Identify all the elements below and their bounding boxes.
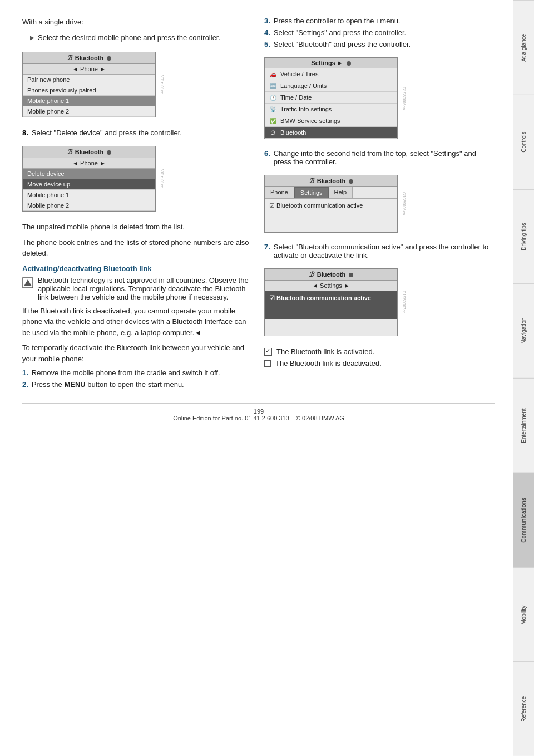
step-2-text: Press the MENU button to open the start … <box>32 380 184 389</box>
intro-with-single-drive: With a single drive: <box>22 17 253 28</box>
bt-tab-bar: Phone Settings Help <box>265 187 397 199</box>
intro-select-phone: ▶ Select the desired mobile phone and pr… <box>30 32 253 43</box>
step-3-text: Press the controller to open the ı menu. <box>274 17 400 25</box>
bt-active-screen: ℬ Bluetooth ◄ Settings ► ☑ Bluetooth com… <box>264 268 398 336</box>
screen-wrapper-settings: Settings ► 🚗 Vehicle / Tires 🔤 Language … <box>264 52 398 145</box>
sidebar-tabs: At a glance Controls Driving tips Naviga… <box>513 0 534 756</box>
step-8-number: 8. <box>22 129 28 137</box>
screen2-row-1: Move device up <box>23 179 155 190</box>
screen1-label: V01ru01en <box>157 46 167 123</box>
settings-row-0: 🚗 Vehicle / Tires <box>265 68 397 80</box>
settings-row-1: 🔤 Language / Units <box>265 80 397 92</box>
step-4-text: Select "Settings" and press the controll… <box>274 28 406 37</box>
settings-screen-title: Settings ► <box>265 58 397 68</box>
language-icon: 🔤 <box>269 82 277 90</box>
step-5-number: 5. <box>264 40 270 48</box>
col-right: 3. Press the controller to open the ı me… <box>264 17 495 392</box>
step-8: 8. Select "Delete device" and press the … <box>22 129 253 137</box>
triangle-icon: ▶ <box>30 33 34 43</box>
deleted-note-1: The unpaired mobile phone is deleted fro… <box>22 222 253 233</box>
screen-wrapper-1: ℬ Bluetooth ◄ Phone ► Pair new phone Pho… <box>22 46 156 123</box>
section-heading-bluetooth: Activating/deactivating Bluetooth link <box>22 264 253 273</box>
bt-tabs-label: G1S59006en <box>399 169 409 238</box>
legend-item-checked: The Bluetooth link is activated. <box>264 347 495 356</box>
screen-wrapper-bt-tabs: ℬ Bluetooth Phone Settings Help ☑ Blueto… <box>264 169 398 238</box>
sidebar-tab-navigation[interactable]: Navigation <box>513 283 534 378</box>
bmw-screen-2: ℬ Bluetooth ◄ Phone ► Delete device Move… <box>22 146 156 212</box>
step-7-number: 7. <box>264 243 270 259</box>
bt-active-title: ℬ Bluetooth <box>265 269 397 281</box>
step-2-number: 2. <box>22 380 28 389</box>
legend-text-checked: The Bluetooth link is activated. <box>276 347 374 356</box>
check-icon-active <box>264 348 272 356</box>
bmw-screen-1: ℬ Bluetooth ◄ Phone ► Pair new phone Pho… <box>22 52 156 117</box>
screen2-dot <box>107 150 111 155</box>
step-2: 2. Press the MENU button to open the sta… <box>22 380 253 389</box>
screen1-dot <box>107 56 111 61</box>
sidebar-tab-controls[interactable]: Controls <box>513 95 534 189</box>
step-1-text: Remove the mobile phone from the cradle … <box>32 369 220 377</box>
bmw-service-icon: ✅ <box>269 117 277 125</box>
step-5: 5. Select "Bluetooth" and press the cont… <box>264 40 495 48</box>
screen2-title: ℬ Bluetooth <box>23 146 155 158</box>
screen2-row-3: Mobile phone 2 <box>23 200 155 211</box>
screen1-row-2: Mobile phone 1 <box>23 96 155 106</box>
bt-tab-phone[interactable]: Phone <box>265 187 294 198</box>
bt-tabs-title: ℬ Bluetooth <box>265 175 397 187</box>
note-triangle-icon <box>22 277 33 288</box>
step-4-number: 4. <box>264 28 270 37</box>
bluetooth-icon-2: ℬ <box>67 148 72 156</box>
screen1-row-3: Mobile phone 2 <box>23 106 155 117</box>
bt-content-row-1: ☑ Bluetooth communication active <box>265 199 397 232</box>
bt-icon-4: ℬ <box>309 271 314 278</box>
step-7: 7. Select "Bluetooth communication activ… <box>264 243 495 259</box>
bluetooth-icon-1: ℬ <box>67 54 72 62</box>
bt-active-dot <box>349 273 353 277</box>
time-icon: 🕐 <box>269 94 277 101</box>
page-footer: 199 Online Edition for Part no. 01 41 2 … <box>22 403 495 421</box>
bt-tabs-dot <box>349 179 353 184</box>
col-left: With a single drive: ▶ Select the desire… <box>22 17 253 392</box>
two-col-layout: With a single drive: ▶ Select the desire… <box>22 17 495 392</box>
settings-screen-label: G1S59005en <box>399 52 409 145</box>
bt-tab-help[interactable]: Help <box>329 187 353 198</box>
settings-row-4: ✅ BMW Service settings <box>265 115 397 127</box>
step-4: 4. Select "Settings" and press the contr… <box>264 28 495 37</box>
deleted-note-2: The phone book entries and the lists of … <box>22 237 253 259</box>
sidebar-tab-mobility[interactable]: Mobility <box>513 567 534 662</box>
step-8-text: Select "Delete device" and press the con… <box>32 129 182 137</box>
sidebar-tab-communications[interactable]: Communications <box>513 473 534 567</box>
screen1-row-0: Pair new phone <box>23 75 155 85</box>
step-6: 6. Change into the second field from the… <box>264 149 495 166</box>
legend-text-square: The Bluetooth link is deactivated. <box>275 359 382 367</box>
step-7-text: Select "Bluetooth communication active" … <box>274 243 495 259</box>
sidebar-tab-reference[interactable]: Reference <box>513 661 534 756</box>
traffic-icon: 📡 <box>269 105 277 113</box>
bt-icon-3: ℬ <box>309 177 314 185</box>
settings-dot <box>347 61 351 66</box>
sidebar-tab-at-a-glance[interactable]: At a glance <box>513 0 534 95</box>
page-number: 199 <box>254 408 264 415</box>
settings-screen: Settings ► 🚗 Vehicle / Tires 🔤 Language … <box>264 57 398 139</box>
settings-row-3: 📡 Traffic Info settings <box>265 104 397 115</box>
note-text-1: Bluetooth technology is not approved in … <box>38 276 253 301</box>
step-5-text: Select "Bluetooth" and press the control… <box>274 40 411 48</box>
main-content: With a single drive: ▶ Select the desire… <box>0 0 512 756</box>
bt-tab-settings[interactable]: Settings <box>294 187 329 198</box>
step-3: 3. Press the controller to open the ı me… <box>264 17 495 25</box>
step-6-number: 6. <box>264 149 270 166</box>
sidebar-tab-driving-tips[interactable]: Driving tips <box>513 189 534 284</box>
settings-row-bluetooth: ℬ Bluetooth <box>265 127 397 139</box>
legend-item-square: The Bluetooth link is deactivated. <box>264 359 495 367</box>
sidebar-tab-entertainment[interactable]: Entertainment <box>513 378 534 473</box>
step-6-text: Change into the second field from the to… <box>274 149 495 166</box>
screen2-label: V01ru01en <box>157 140 167 217</box>
screen-wrapper-bt-active: ℬ Bluetooth ◄ Settings ► ☑ Bluetooth com… <box>264 263 398 342</box>
bt-active-nav: ◄ Settings ► <box>265 281 397 291</box>
temp-deactivate: To temporarily deactivate the Bluetooth … <box>22 342 253 364</box>
step-1: 1. Remove the mobile phone from the crad… <box>22 369 253 377</box>
screen1-title: ℬ Bluetooth <box>23 52 155 64</box>
screen1-nav: ◄ Phone ► <box>23 64 155 75</box>
screen-wrapper-2: ℬ Bluetooth ◄ Phone ► Delete device Move… <box>22 140 156 217</box>
settings-row-2: 🕐 Time / Date <box>265 92 397 104</box>
